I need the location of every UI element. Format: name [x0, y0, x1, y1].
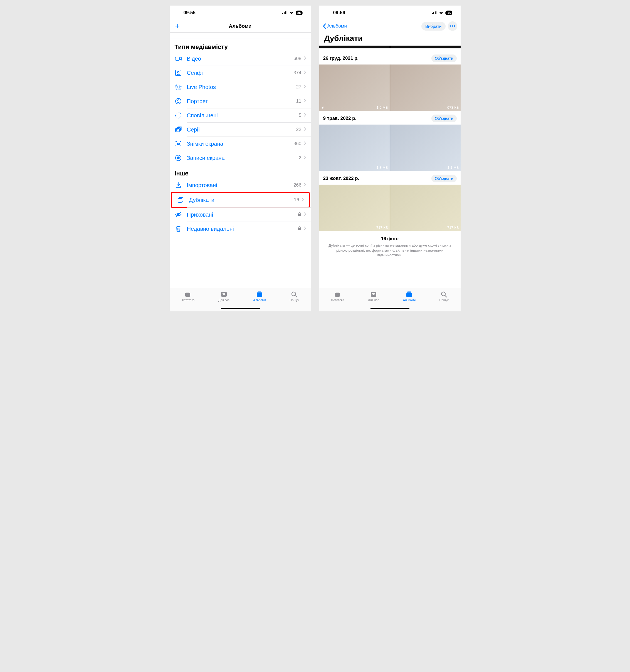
status-time: 09:55 [184, 10, 195, 16]
photo-thumbnail[interactable]: 717 КБ [319, 185, 390, 231]
photo-thumbnail[interactable]: 1,3 МБ [319, 124, 390, 171]
svg-point-10 [176, 98, 181, 104]
chevron-right-icon [304, 141, 306, 146]
row-count: 11 [296, 98, 302, 104]
group-date: 23 жовт. 2022 р. [323, 176, 359, 181]
row-count: 2 [299, 155, 301, 161]
svg-line-21 [176, 212, 181, 217]
row-livephotos[interactable]: Live Photos 27 [170, 80, 311, 94]
merge-button[interactable]: Об'єднати [431, 115, 457, 122]
svg-rect-33 [433, 12, 434, 14]
cellular-signal-icon [432, 10, 437, 16]
nav-title: Альбоми [229, 23, 252, 29]
svg-rect-5 [176, 70, 181, 76]
file-size: 1,6 МБ [376, 105, 388, 110]
duplicate-thumbs: ♥1,6 МБ 678 КБ [319, 65, 461, 111]
row-label: Сповільнені [184, 112, 299, 119]
row-count: 608 [294, 56, 301, 62]
row-label: Портрет [184, 98, 296, 104]
chevron-right-icon [304, 70, 306, 75]
row-portrait[interactable]: Портрет 11 [170, 94, 311, 108]
tab-search[interactable]: Пошук [290, 291, 299, 302]
row-selfie[interactable]: Селфі 374 [170, 66, 311, 80]
row-label: Live Photos [184, 84, 296, 90]
group-date: 26 груд. 2021 р. [323, 56, 359, 61]
chevron-right-icon [304, 127, 306, 132]
svg-point-8 [176, 85, 181, 89]
row-video[interactable]: Відео 608 [170, 52, 311, 66]
merge-button[interactable]: Об'єднати [431, 54, 457, 62]
svg-rect-1 [284, 12, 284, 14]
photo-thumbnail[interactable]: 678 КБ [390, 65, 461, 111]
wifi-icon [289, 10, 294, 16]
hidden-icon [175, 211, 184, 218]
chevron-right-icon [304, 226, 306, 231]
select-button[interactable]: Вибрати [421, 22, 446, 30]
favorite-icon: ♥ [322, 105, 324, 110]
cellular-signal-icon [282, 10, 287, 16]
chevron-right-icon [304, 155, 306, 161]
photo-thumbnail[interactable]: 1,1 МБ [390, 124, 461, 171]
tab-library[interactable]: Фототека [331, 291, 344, 302]
photo-count: 16 фото [325, 236, 455, 241]
tab-albums[interactable]: Альбоми [403, 291, 416, 302]
nav-bar: + Альбоми [170, 20, 311, 32]
svg-line-31 [296, 295, 297, 297]
row-label: Дублікати [186, 197, 294, 203]
svg-rect-3 [286, 11, 287, 14]
chevron-right-icon [304, 113, 306, 118]
row-hidden[interactable]: Приховані [170, 208, 311, 222]
row-imported[interactable]: Імпортовані 266 [170, 178, 311, 192]
duplicate-thumbs: 1,3 МБ 1,1 МБ [319, 124, 461, 171]
duplicate-group-header: 26 груд. 2021 р. Об'єднати [319, 51, 461, 65]
home-indicator[interactable] [371, 308, 410, 309]
svg-point-6 [178, 71, 179, 73]
svg-rect-4 [175, 57, 180, 60]
selfie-icon [175, 69, 184, 76]
svg-rect-0 [282, 13, 283, 14]
row-duplicates[interactable]: Дублікати 16 [172, 193, 309, 207]
row-screenrecordings[interactable]: Записи екрана 2 [170, 151, 311, 165]
video-icon [175, 55, 184, 62]
row-recently-deleted[interactable]: Недавно видалені [170, 222, 311, 236]
svg-rect-39 [406, 293, 412, 297]
albums-screen: 09:55 36 + Альбоми Типи медіавмісту Віде… [170, 5, 311, 311]
svg-rect-22 [298, 214, 301, 216]
livephotos-icon [175, 83, 184, 91]
svg-rect-35 [436, 11, 437, 14]
nav-bar: Альбоми Вибрати ••• [319, 20, 461, 32]
svg-rect-25 [186, 292, 189, 292]
row-screenshots[interactable]: Знімки екрана 360 [170, 137, 311, 151]
svg-point-18 [177, 157, 180, 159]
back-button[interactable]: Альбоми [323, 23, 347, 29]
photo-thumbnail[interactable]: ♥1,6 МБ [319, 65, 390, 111]
svg-rect-37 [336, 292, 339, 292]
battery-icon: 36 [445, 10, 452, 15]
svg-rect-2 [285, 11, 286, 14]
row-label: Імпортовані [184, 182, 294, 189]
tab-foryou[interactable]: Для вас [368, 291, 379, 302]
chevron-right-icon [304, 56, 306, 61]
tab-foryou[interactable]: Для вас [218, 291, 230, 302]
add-button[interactable]: + [173, 22, 180, 30]
footer-info: 16 фото Дублікати — це точні копії з різ… [319, 231, 461, 261]
home-indicator[interactable] [221, 308, 260, 309]
tab-albums[interactable]: Альбоми [253, 291, 266, 302]
merge-button[interactable]: Об'єднати [431, 175, 457, 183]
row-count: 22 [296, 127, 302, 133]
chevron-right-icon [304, 85, 306, 90]
photo-thumbnail[interactable]: 717 КБ [390, 185, 461, 231]
row-count: 5 [299, 113, 301, 118]
duplicate-group-header: 9 трав. 2022 р. Об'єднати [319, 111, 461, 124]
wifi-icon [439, 10, 444, 16]
svg-rect-40 [407, 292, 412, 293]
row-bursts[interactable]: Серії 22 [170, 123, 311, 137]
row-slomo[interactable]: Сповільнені 5 [170, 109, 311, 122]
tab-library[interactable]: Фототека [181, 291, 194, 302]
svg-point-30 [292, 292, 296, 296]
lock-icon [298, 212, 302, 217]
svg-rect-36 [335, 293, 340, 297]
tab-search[interactable]: Пошук [440, 291, 449, 302]
more-button[interactable]: ••• [448, 21, 457, 31]
chevron-right-icon [304, 99, 306, 104]
